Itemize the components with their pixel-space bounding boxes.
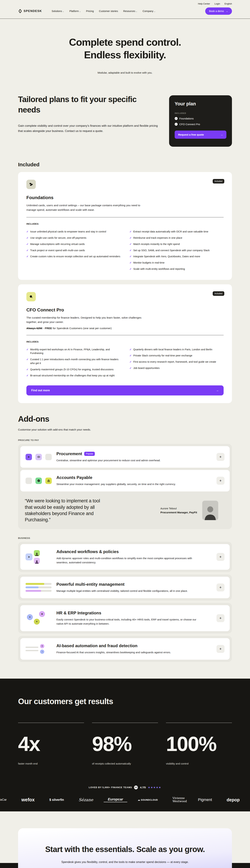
feature-item: ✓First access to every research report, … (129, 359, 224, 365)
your-plan-item: ✓ CFO Connect Pro (175, 123, 226, 126)
check-icon: ✓ (129, 242, 132, 246)
divider (26, 335, 224, 335)
included-heading: Included (18, 162, 232, 167)
addon-title: Procurement (56, 452, 82, 456)
find-out-more-button[interactable]: Find out more → (26, 385, 224, 396)
hris-bulb-icon: ✦ (27, 614, 33, 620)
quote-author-name: Aurore Teboul (160, 507, 197, 510)
feature-item: ✓Curated 1:1 peer introductions each mon… (26, 356, 121, 367)
utility-link[interactable]: English (224, 2, 232, 5)
rating-stars-icon: ★★★★★ (148, 786, 161, 789)
cta-section: Start with the essentials. Scale as you … (0, 811, 250, 868)
request-quote-button[interactable]: Request a free quote → (175, 130, 226, 139)
addons-subheading: Customise your solution with add-ons tha… (18, 428, 232, 431)
add-procurement-button[interactable]: + (217, 453, 224, 461)
addon-desc: Streamline your invoice management: pay … (56, 482, 197, 486)
customer-logo: Pigment (194, 798, 216, 802)
addon-desc: Manage multiple legal entities with cent… (56, 589, 197, 593)
feature-item: ✓Scale with multi-entity workflows and r… (129, 266, 224, 272)
feature-item: ✓Manage subscriptions with recurring vir… (26, 241, 121, 247)
utility-link[interactable]: Login (215, 2, 220, 5)
utility-link[interactable]: Help Center (198, 2, 210, 5)
add-multi-entity-button[interactable]: + (217, 584, 224, 591)
multi-entity-group: Powerful multi-entity management Manage … (18, 575, 232, 600)
approver-avatar-icon (34, 558, 40, 564)
included-badge: Included (213, 179, 224, 184)
erp-flower-icon: ❀ (39, 611, 45, 617)
customer-logo: Europcar (104, 797, 127, 802)
your-plan-included-label: INCLUDED (175, 112, 226, 114)
add-workflows-button[interactable]: + (217, 553, 224, 561)
cta-subheading: Spendesk gives you flexibility, control,… (61, 861, 189, 864)
procurement-card: ➤ → → Procurement Popular Centralise, st… (20, 446, 230, 468)
cards-icon (26, 180, 36, 189)
arrow-right-icon: → (33, 456, 35, 458)
customer-logo: Vivienne Westwood (168, 797, 187, 803)
empty-step-icon (26, 477, 32, 484)
add-accounts-payable-button[interactable]: + (217, 477, 224, 485)
stat-label: faster month end (18, 762, 84, 765)
feature-item: ✓Use single-use cards for secure, one-of… (26, 235, 121, 241)
nav-item[interactable]: Platform (69, 10, 81, 12)
integrations-card: ✦ ❀ ✈ HR & ERP Integrations Easily conne… (20, 605, 230, 631)
stat-label: visibility and control (166, 762, 232, 765)
nav-item[interactable]: Resources (123, 10, 137, 12)
addon-desc: Finance-focused AI that uncovers insight… (56, 650, 197, 654)
spendesk-logo[interactable]: SPENDESK (18, 9, 42, 13)
book-demo-button[interactable]: Book a demo → (205, 7, 232, 15)
request-icon: ➤ (26, 454, 32, 460)
includes-label: INCLUDES: (26, 340, 224, 343)
ai-spark-icon: ✦ (40, 644, 44, 648)
main-nav: SolutionsPlatformPricingCustomer stories… (52, 10, 156, 12)
check-icon: ✓ (129, 360, 132, 364)
plans-section: Tailored plans to fit your specific need… (18, 90, 232, 403)
feature-item: ✓Quarterly mastermind groups (5-10 CFOs)… (26, 367, 121, 373)
business-label: BUSINESS (18, 537, 232, 539)
check-icon: ✓ (129, 354, 132, 358)
g2-logo-icon: G2 (134, 785, 138, 789)
plan-title: Foundations (26, 195, 224, 200)
nav-item[interactable]: Solutions (52, 10, 64, 12)
arrow-right-icon: → (226, 10, 228, 12)
stat-item: 100% visibility and control (166, 723, 232, 765)
feature-item: ✓Set up SSO, SAML and connect Spendesk w… (129, 247, 224, 254)
plan-desc: The curated membership for finance leade… (26, 315, 150, 324)
empty-step-icon (45, 454, 52, 460)
loved-by-text: LOVED BY 5,000+ FINANCE TEAMS (89, 786, 132, 789)
features-col-1: ✓Monthly expert-led workshops on AI in F… (26, 346, 121, 379)
stats-row: 4x faster month end 98% of receipts coll… (18, 723, 232, 765)
add-integrations-button[interactable]: + (217, 614, 224, 622)
plan-title: CFO Connect Pro (26, 307, 224, 313)
accounts-payable-card: → → Accounts Payable Streamline your inv… (20, 470, 230, 492)
nav-item[interactable]: Pricing (86, 10, 94, 12)
stat-item: 4x faster month end (18, 723, 84, 765)
approved-check-icon (35, 477, 42, 484)
brand-name: SPENDESK (24, 9, 42, 13)
travel-plane-icon: ✈ (34, 619, 40, 625)
procure-to-pay-label: PROCURE TO PAY (18, 439, 232, 441)
stat-label: of receipts collected automatically (92, 762, 158, 765)
stat-value: 98% (92, 734, 158, 754)
includes-label: INCLUDES: (26, 222, 224, 225)
check-circle-icon: ✓ (175, 117, 178, 120)
features-col-2: ✓Quarterly dinners with local finance le… (129, 346, 224, 379)
rating-score: 4.7/5 (140, 786, 146, 789)
nav-item[interactable]: Customer stories (99, 10, 118, 12)
feature-item: ✓Monitor budgets in real-time (129, 260, 224, 266)
check-icon: ✓ (129, 249, 132, 252)
your-plan-items: ✓ Foundations ✓ CFO Connect Pro (175, 117, 226, 126)
review-eye-icon (35, 454, 42, 460)
check-icon: ✓ (26, 242, 29, 246)
plans-heading: Tailored plans to fit your specific need… (18, 94, 154, 115)
feature-item: ✓Issue unlimited physical cards to empow… (26, 229, 121, 235)
addon-desc: Add dynamic approver roles and multi-con… (56, 556, 197, 564)
feature-item: ✓Create custom rules to ensure receipt c… (26, 253, 121, 260)
arrow-right-icon: → (33, 480, 35, 482)
ai-automation-group: ✦ ◔ AI-based automation and fraud detect… (18, 636, 232, 662)
nav-item[interactable]: Company (143, 10, 155, 12)
arrow-right-icon: → (220, 133, 223, 136)
feature-item: ✓Integrate Spendesk with Xero, Quickbook… (129, 253, 224, 260)
check-icon: ✓ (129, 267, 132, 271)
features-col-1: ✓Issue unlimited physical cards to empow… (26, 229, 121, 272)
add-ai-automation-button[interactable]: + (217, 645, 224, 653)
